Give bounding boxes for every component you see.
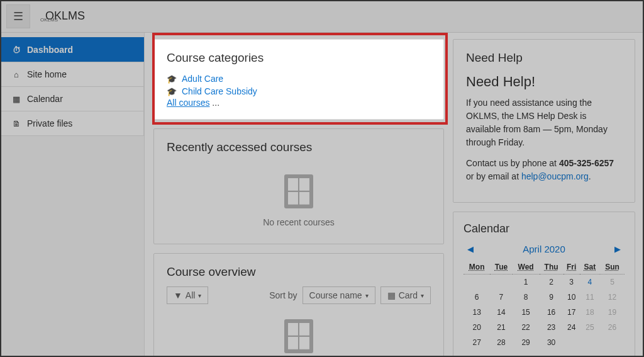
brand-link[interactable]: OKLMS OKLMS: [40, 9, 85, 23]
calendar-day: [564, 335, 580, 350]
calendar-day[interactable]: 13: [464, 305, 490, 320]
calendar-day[interactable]: 29: [513, 335, 540, 350]
help-email-link[interactable]: help@oucpm.org: [521, 171, 589, 181]
category-link-adult-care[interactable]: 🎓Adult Care: [167, 72, 431, 85]
calendar-prev-button[interactable]: ◀: [464, 243, 477, 255]
category-label: Child Care Subsidy: [182, 86, 257, 96]
calendar-dow: Fri: [564, 260, 580, 275]
calendar-day[interactable]: 6: [464, 290, 490, 305]
calendar-day[interactable]: 16: [540, 305, 564, 320]
home-icon: ⌂: [12, 70, 21, 79]
brand-logo-sub: OKLMS: [40, 17, 58, 23]
calendar-day[interactable]: 20: [464, 320, 490, 335]
calendar-day[interactable]: 15: [513, 305, 540, 320]
calendar-day[interactable]: 12: [600, 290, 625, 305]
calendar-day[interactable]: 24: [564, 320, 580, 335]
calendar-day[interactable]: 14: [490, 305, 512, 320]
sidebar: ⏱Dashboard⌂Site home▦Calendar🗎Private fi…: [0, 33, 145, 357]
calendar-day[interactable]: 9: [540, 290, 564, 305]
calendar-day[interactable]: 18: [580, 305, 600, 320]
calendar-dow: Thu: [540, 260, 564, 275]
sidebar-item-site-home[interactable]: ⌂Site home: [0, 62, 144, 87]
calendar-day[interactable]: 26: [600, 320, 625, 335]
category-label: Adult Care: [182, 74, 223, 84]
calendar-dow: Tue: [490, 260, 512, 275]
view-dropdown[interactable]: ▦ Card ▾: [380, 286, 431, 304]
calendar-day[interactable]: 23: [540, 320, 564, 335]
hamburger-button[interactable]: ☰: [6, 4, 30, 28]
empty-courses-text: No recent courses: [263, 217, 335, 227]
sidebar-item-label: Private files: [27, 118, 72, 128]
filter-dropdown[interactable]: ▼ All ▾: [167, 286, 208, 304]
calendar-day[interactable]: 28: [490, 335, 512, 350]
calendar-day: [580, 335, 600, 350]
calendar-title: Calendar: [464, 222, 625, 235]
calendar-table: MonTueWedThuFriSatSun 123456789101112131…: [464, 260, 625, 350]
calendar-day[interactable]: 8: [513, 290, 540, 305]
all-courses-suffix: ...: [212, 98, 219, 108]
sidebar-item-dashboard[interactable]: ⏱Dashboard: [0, 37, 144, 62]
graduation-cap-icon: 🎓: [167, 87, 177, 96]
calendar-day[interactable]: 5: [600, 275, 625, 290]
sort-dropdown[interactable]: Course name ▾: [303, 286, 375, 304]
empty-courses-icon: [284, 174, 313, 208]
caret-down-icon: ▾: [365, 292, 369, 299]
calendar-day[interactable]: 27: [464, 335, 490, 350]
sort-label: Sort by: [269, 290, 297, 300]
calendar-icon: ▦: [12, 94, 21, 104]
calendar-day[interactable]: 1: [513, 275, 540, 290]
calendar-card: Calendar ◀ April 2020 ▶ MonTueWedThuFriS…: [453, 212, 635, 357]
calendar-day[interactable]: 25: [580, 320, 600, 335]
calendar-day[interactable]: 4: [580, 275, 600, 290]
need-help-heading: Need Help!: [466, 74, 622, 90]
sidebar-item-label: Dashboard: [27, 45, 73, 55]
calendar-day[interactable]: 30: [540, 335, 564, 350]
calendar-day[interactable]: 10: [564, 290, 580, 305]
need-help-card: Need Help Need Help! If you need assista…: [453, 39, 635, 203]
sidebar-item-private-files[interactable]: 🗎Private files: [0, 111, 144, 136]
calendar-month-link[interactable]: April 2020: [523, 244, 565, 254]
calendar-day[interactable]: 19: [600, 305, 625, 320]
graduation-cap-icon: 🎓: [167, 74, 177, 84]
help-para-1: If you need assistance using the OKLMS, …: [466, 96, 622, 149]
calendar-dow: Sun: [600, 260, 625, 275]
all-courses-link[interactable]: All courses: [167, 98, 209, 108]
sidebar-item-calendar[interactable]: ▦Calendar: [0, 86, 144, 111]
recently-accessed-card: Recently accessed courses No recent cour…: [153, 128, 444, 244]
recently-accessed-title: Recently accessed courses: [167, 140, 431, 154]
calendar-day[interactable]: 21: [490, 320, 512, 335]
caret-down-icon: ▾: [198, 292, 201, 299]
grid-icon: ▦: [387, 290, 396, 300]
sidebar-item-label: Site home: [27, 69, 67, 79]
calendar-day[interactable]: 22: [513, 320, 540, 335]
calendar-day[interactable]: 2: [540, 275, 564, 290]
calendar-dow: Wed: [513, 260, 540, 275]
caret-down-icon: ▾: [421, 292, 424, 299]
course-categories-title: Course categories: [167, 51, 431, 65]
calendar-day: [464, 275, 490, 290]
file-icon: 🗎: [12, 119, 21, 128]
empty-overview-icon: [284, 319, 313, 353]
calendar-day[interactable]: 11: [580, 290, 600, 305]
calendar-day[interactable]: 3: [564, 275, 580, 290]
calendar-day[interactable]: 7: [490, 290, 512, 305]
gauge-icon: ⏱: [12, 45, 21, 55]
calendar-next-button[interactable]: ▶: [611, 243, 625, 255]
topbar: ☰ OKLMS OKLMS: [0, 0, 644, 33]
calendar-dow: Mon: [464, 260, 490, 275]
course-overview-title: Course overview: [167, 265, 431, 279]
category-link-child-care-subsidy[interactable]: 🎓Child Care Subsidy: [167, 85, 431, 98]
course-categories-card: Course categories 🎓Adult Care🎓Child Care…: [153, 39, 444, 120]
help-phone: 405-325-6257: [559, 158, 614, 168]
course-overview-card: Course overview ▼ All ▾ Sort by Course n…: [153, 253, 444, 357]
sidebar-item-label: Calendar: [27, 94, 63, 104]
filter-icon: ▼: [174, 290, 182, 300]
calendar-day: [600, 335, 625, 350]
calendar-day: [490, 275, 512, 290]
calendar-day[interactable]: 17: [564, 305, 580, 320]
need-help-title: Need Help: [466, 51, 622, 65]
calendar-dow: Sat: [580, 260, 600, 275]
help-para-2: Contact us by phone at 405-325-6257 or b…: [466, 157, 622, 183]
